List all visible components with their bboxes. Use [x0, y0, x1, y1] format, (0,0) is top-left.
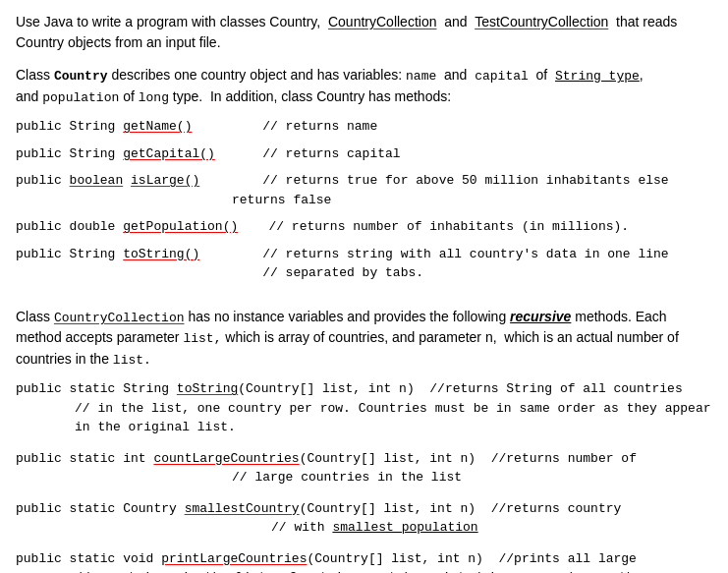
static-tostring-block: public static String toString(Country[] …: [16, 379, 712, 437]
static-countlarge-line: public static int countLargeCountries(Co…: [16, 449, 712, 469]
class-collection-section: Class CountryCollection has no instance …: [16, 307, 712, 371]
static-countlarge-comment: // large countries in the list: [16, 468, 712, 487]
smallest-population-underline: smallest population: [332, 520, 477, 535]
method-getcapital-comment: // returns capital: [232, 144, 401, 164]
static-printlarge-block: public static void printLargeCountries(C…: [16, 549, 712, 574]
static-smallest-block: public static Country smallestCountry(Co…: [16, 499, 712, 538]
long-type: long: [139, 90, 169, 105]
spacer1: [16, 297, 712, 307]
testcountrycollection-link: TestCountryCollection: [475, 14, 608, 29]
class-country-section: Class Country describes one country obje…: [16, 65, 712, 107]
population-var: population: [42, 90, 119, 105]
static-tostring-line: public static String toString(Country[] …: [16, 379, 712, 399]
class-collection-paragraph: Class CountryCollection has no instance …: [16, 307, 712, 371]
method-islarge-comment: // returns true for above 50 million inh…: [232, 171, 712, 209]
main-content: Use Java to write a program with classes…: [16, 12, 712, 573]
method-getname: public String getName() // returns name: [16, 117, 712, 137]
method-islarge: public boolean isLarge() // returns true…: [16, 171, 712, 209]
method-getcapital: public String getCapital() // returns ca…: [16, 144, 712, 164]
list-param: list,: [183, 331, 221, 346]
intro-paragraph: Use Java to write a program with classes…: [16, 12, 712, 53]
recursive-label: recursive: [510, 309, 571, 324]
countrycollection-classname: CountryCollection: [54, 311, 185, 325]
method-getcapital-sig: public String getCapital(): [16, 144, 232, 164]
static-countlarge-block: public static int countLargeCountries(Co…: [16, 449, 712, 487]
method-getpopulation-sig: public double getPopulation(): [16, 217, 238, 237]
static-smallest-line: public static Country smallestCountry(Co…: [16, 499, 712, 519]
static-printlarge-comment: // countries in the list. Countries must…: [16, 568, 712, 573]
method-tostring-comment2: // separated by tabs.: [232, 263, 423, 283]
country-classname: Country: [54, 69, 108, 84]
string-type: String type: [555, 69, 640, 84]
name-var: name: [406, 69, 436, 84]
static-tostring-comment: // in the list, one country per row. Cou…: [16, 399, 712, 437]
static-smallest-comment: // with smallest population: [16, 518, 712, 538]
capital-var: capital: [475, 69, 529, 84]
method-islarge-sig: public boolean isLarge(): [16, 171, 232, 191]
list-ref: list.: [113, 353, 151, 368]
static-printlarge-line: public static void printLargeCountries(C…: [16, 549, 712, 569]
intro-section: Use Java to write a program with classes…: [16, 12, 712, 53]
methods-section: public String getName() // returns name …: [16, 117, 712, 283]
static-methods-section: public static String toString(Country[] …: [16, 379, 712, 573]
method-getname-comment: // returns name: [232, 117, 377, 137]
class-country-paragraph: Class Country describes one country obje…: [16, 65, 712, 107]
countrycollection-link: CountryCollection: [328, 14, 437, 29]
method-tostring: public String toString() // returns stri…: [16, 245, 712, 283]
method-tostring-comment1: // returns string with all country's dat…: [232, 245, 669, 264]
method-getpopulation: public double getPopulation() // returns…: [16, 217, 712, 237]
method-getname-sig: public String getName(): [16, 117, 232, 137]
method-tostring-sig: public String toString(): [16, 245, 232, 264]
method-getpopulation-comment: // returns number of inhabitants (in mil…: [238, 217, 629, 237]
